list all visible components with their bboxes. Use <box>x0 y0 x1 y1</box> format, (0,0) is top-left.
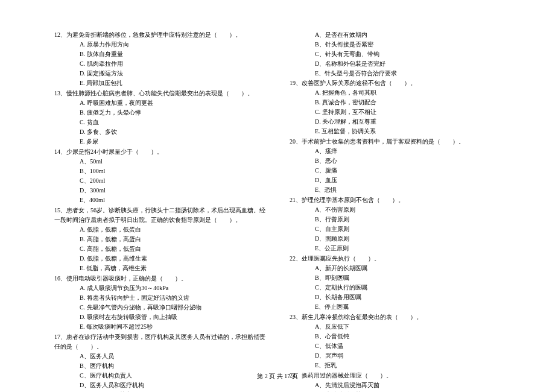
right-column: A、是否在有效期内B、针头衔接是否紧密C、针头有无弯曲、带钩D、名称和外包装是否… <box>290 30 501 392</box>
option: B、针头衔接是否紧密 <box>315 40 501 49</box>
option: E. 局部加压包扎 <box>80 78 265 88</box>
option: C. 贫血 <box>80 118 265 127</box>
option: D、医务人员和医疗机构 <box>80 381 265 390</box>
question-stem: 12、为避免骨折断端的移位，急救及护理中应特别注意的是（ ）。 <box>54 30 265 40</box>
question: 22、处理医嘱应先执行（ ）。A、新开的长期医嘱B、即刻医嘱C、定期执行的医嘱D… <box>290 254 501 312</box>
question: 12、为避免骨折断端的移位，急救及护理中应特别注意的是（ ）。A. 原暴力作用方… <box>54 30 265 88</box>
question: 15、患者女，56岁。诊断胰头癌，行胰头十二指肠切除术，术后出现高血糖。经一段时… <box>54 206 265 273</box>
option: E、停止医嘱 <box>315 302 501 312</box>
option: B、行善原则 <box>315 215 501 224</box>
option: D、300ml <box>80 186 265 195</box>
question: 13、慢性肺源性心脏病患者肺、心功能失代偿期最突出的表现是（ ）。A. 呼吸困难… <box>54 89 265 147</box>
option: A. 呼吸困难加重，夜间更甚 <box>80 98 265 108</box>
question-options-cont: A、是否在有效期内B、针头衔接是否紧密C、针头有无弯曲、带钩D、名称和外包装是否… <box>290 30 501 78</box>
option: B. 将患者头转向护士，固定好活动的义齿 <box>80 293 265 303</box>
question: 20、手术前护士收集的患者资料中，属于客观资料的是（ ）。A、瘙痒B、恶心C、腹… <box>290 137 501 195</box>
question-options: A、瘙痒B、恶心C、腹痛D、血压E、恐惧 <box>290 147 501 195</box>
question-options: A、先清洗后浸泡再灭菌B、先清洗后灭菌C、先浸泡后清洗再灭菌 <box>290 381 501 392</box>
question-stem: 15、患者女，56岁。诊断胰头癌，行胰头十二指肠切除术，术后出现高血糖。经一段时… <box>54 206 265 225</box>
question-stem: 13、慢性肺源性心脏病患者肺、心功能失代偿期最突出的表现是（ ）。 <box>54 89 265 98</box>
option: D. 吸痰时左右旋转吸痰管，向上抽吸 <box>80 312 265 322</box>
option: A、不伤害原则 <box>315 205 501 215</box>
option: E. 多尿 <box>80 137 265 147</box>
option: A. 成人吸痰调节负压为30～40kPa <box>80 283 265 293</box>
option: C、自主原则 <box>315 224 501 234</box>
option: E、拒乳 <box>315 361 501 370</box>
option: A、先清洗后浸泡再灭菌 <box>315 381 501 390</box>
option: D. 固定搬运方法 <box>80 69 265 78</box>
question-options: A. 原暴力作用方向B. 肢体自身重量C. 肌肉牵拉作用D. 固定搬运方法E. … <box>54 40 265 88</box>
option: A. 低脂，低糖，低蛋白 <box>80 225 265 235</box>
question-options: A. 低脂，低糖，低蛋白B. 高脂，低糖，高蛋白C. 高脂，低糖，低蛋白D. 低… <box>54 225 265 273</box>
option: C、200ml <box>80 176 265 186</box>
question-options: A. 把握角色，各司其职B. 真诚合作，密切配合C. 坚持原则，互不相让D. 关… <box>290 88 501 136</box>
question-options: A、新开的长期医嘱B、即刻医嘱C、定期执行的医嘱D、长期备用医嘱E、停止医嘱 <box>290 264 501 312</box>
option: C、定期执行的医嘱 <box>315 283 501 292</box>
question: 21、护理伦理学基本原则不包含（ ）。A、不伤害原则B、行善原则C、自主原则D、… <box>290 195 501 253</box>
option: A、瘙痒 <box>315 147 501 156</box>
question-stem: 14、少尿是指24小时尿量少于（ ）。 <box>54 147 265 157</box>
option: B、医疗机构 <box>80 361 265 371</box>
option: B、100ml <box>80 166 265 176</box>
option: B. 疲倦乏力，头晕心悸 <box>80 108 265 118</box>
option: D. 关心理解，相互尊重 <box>315 117 501 127</box>
question: 19、改善医护人际关系的途径不包含（ ）。A. 把握角色，各司其职B. 真诚合作… <box>290 78 501 136</box>
option: B. 高脂，低糖，高蛋白 <box>80 235 265 244</box>
option: E、400ml <box>80 195 265 205</box>
option: D. 多食、多饮 <box>80 127 265 137</box>
question-options: A、50mlB、100mlC、200mlD、300mlE、400ml <box>54 157 265 205</box>
option: C. 先吸净气管内分泌物，再吸净口咽部分泌物 <box>80 303 265 312</box>
question: 23、新生儿寒冷损伤综合征最突出的表（ ）。A、反应低下B、心音低钝C、低体温D… <box>290 312 501 370</box>
option: C. 坚持原则，互不相让 <box>315 107 501 117</box>
option: E. 每次吸痰时间不超过25秒 <box>80 322 265 332</box>
option: C、腹痛 <box>315 166 501 175</box>
question-stem: 17、患者在诊疗活动中受到损害，医疗机构及其医务人员有过错的，承担赔偿责任的是（… <box>54 332 265 352</box>
question-stem: 21、护理伦理学基本原则不包含（ ）。 <box>290 195 501 205</box>
option: C、针头有无弯曲、带钩 <box>315 49 501 59</box>
option: D. 低脂，低糖，高维生素 <box>80 254 265 264</box>
question-stem: 23、新生儿寒冷损伤综合征最突出的表（ ）。 <box>290 312 501 322</box>
question: 16、使用电动吸引器吸痰时，正确的是（ ）。A. 成人吸痰调节负压为30～40k… <box>54 274 265 332</box>
page-footer: 第 2 页 共 17 页 <box>0 371 555 381</box>
option: D、血压 <box>315 175 501 185</box>
option: C、低体温 <box>315 341 501 351</box>
option: D、哭声弱 <box>315 351 501 361</box>
option: E. 低脂，高糖，高维生素 <box>80 264 265 273</box>
option: B、恶心 <box>315 156 501 166</box>
option: E、公正原则 <box>315 244 501 253</box>
option: A、医务人员 <box>80 352 265 361</box>
question-options: A. 成人吸痰调节负压为30～40kPaB. 将患者头转向护士，固定好活动的义齿… <box>54 283 265 332</box>
option: B、心音低钝 <box>315 332 501 341</box>
question-stem: 22、处理医嘱应先执行（ ）。 <box>290 254 501 264</box>
option: B. 真诚合作，密切配合 <box>315 98 501 107</box>
option: A、50ml <box>80 157 265 166</box>
option: D、照顾原则 <box>315 234 501 244</box>
question: 17、患者在诊疗活动中受到损害，医疗机构及其医务人员有过错的，承担赔偿责任的是（… <box>54 332 265 392</box>
exam-page: 12、为避免骨折断端的移位，急救及护理中应特别注意的是（ ）。A. 原暴力作用方… <box>0 0 555 392</box>
option: D、名称和外包装是否完好 <box>315 59 501 69</box>
question-stem: 20、手术前护士收集的患者资料中，属于客观资料的是（ ）。 <box>290 137 501 147</box>
question-options: A、反应低下B、心音低钝C、低体温D、哭声弱E、拒乳 <box>290 322 501 370</box>
question-options: A. 呼吸困难加重，夜间更甚B. 疲倦乏力，头晕心悸C. 贫血D. 多食、多饮E… <box>54 98 265 147</box>
left-column: 12、为避免骨折断端的移位，急救及护理中应特别注意的是（ ）。A. 原暴力作用方… <box>54 30 265 392</box>
option: A、反应低下 <box>315 322 501 332</box>
option: D、长期备用医嘱 <box>315 292 501 302</box>
option: A、是否在有效期内 <box>315 30 501 40</box>
option: E、针头型号是否符合治疗要求 <box>315 69 501 78</box>
option: A. 把握角色，各司其职 <box>315 88 501 98</box>
question-stem: 16、使用电动吸引器吸痰时，正确的是（ ）。 <box>54 274 265 283</box>
option: C. 高脂，低糖，低蛋白 <box>80 244 265 254</box>
option: A、新开的长期医嘱 <box>315 264 501 273</box>
question-stem: 19、改善医护人际关系的途径不包含（ ）。 <box>290 78 501 88</box>
question: 14、少尿是指24小时尿量少于（ ）。A、50mlB、100mlC、200mlD… <box>54 147 265 205</box>
option: B、即刻医嘱 <box>315 273 501 283</box>
question-options: A、不伤害原则B、行善原则C、自主原则D、照顾原则E、公正原则 <box>290 205 501 253</box>
option: B. 肢体自身重量 <box>80 49 265 59</box>
option: A. 原暴力作用方向 <box>80 40 265 49</box>
option: E. 互相监督，协调关系 <box>315 127 501 136</box>
option: E、恐惧 <box>315 185 501 195</box>
option: C. 肌肉牵拉作用 <box>80 59 265 69</box>
